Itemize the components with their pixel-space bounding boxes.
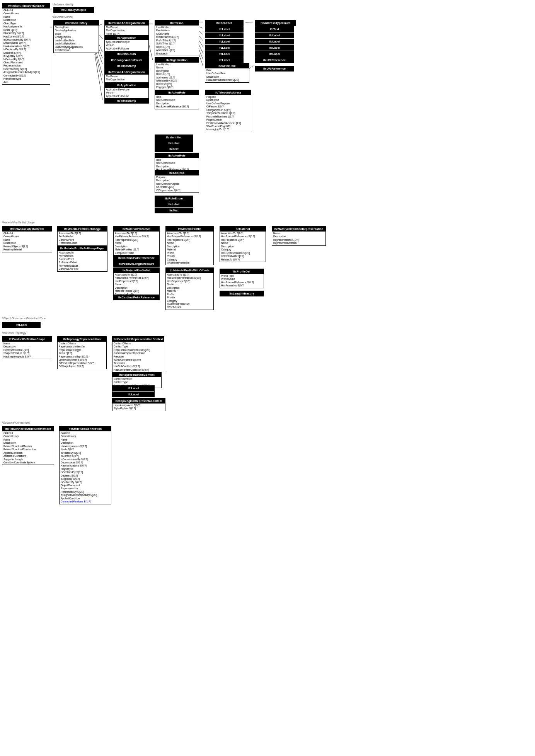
box-ifcStructuralConnection: IfcStructuralConnection GlobalId OwnerHi… (59, 426, 111, 504)
box-header-ifcIdentifier1: IfcIdentifier (205, 20, 243, 26)
box-body-ifcTelecomAddress: Purpose Description UserDefinedPurpose O… (205, 95, 251, 132)
box-header-ifcURIReference: IfcURIReference (256, 66, 293, 71)
box-ifcLabel8: IfcLabel (255, 39, 294, 44)
box-header-ifcGeometricRepresentationContext: IfcGeometricRepresentationContext (112, 337, 164, 342)
box-header-ifcRoleEnum: IfcRoleEnum (155, 196, 193, 201)
box-body-ifcMaterialProfileWithOffsets: AssociatedTo S[0:?] HasExternalReference… (166, 273, 213, 310)
box-ifcLabel1: IfcLabel (205, 26, 244, 32)
box-header-ifcMaterial: IfcMaterial (220, 226, 266, 232)
box-header-ifcRepresentationContext: IfcRepresentationContext (112, 372, 161, 377)
box-header-ifcLabel14: IfcLabel (112, 386, 154, 391)
box-ifcIdentifier1: IfcIdentifier (205, 20, 244, 26)
box-ifcLabel9: IfcLabel (255, 45, 294, 51)
box-header-ifcCardinalPointReference2: IfcCardinalPointReference (114, 295, 159, 300)
box-header-ifcApplication2: IfcApplication (105, 83, 148, 88)
box-header-ifcText1: IfcText (256, 27, 293, 32)
box-header-ifcStateEnum: IfcStateEnum (105, 51, 148, 56)
box-ifcMaterialProfile: IfcMaterialProfile AssociatedTo S[0:?] H… (165, 226, 214, 265)
box-body-ifcMaterialDefinitionRepresentation: Name Description Representations L[1:?] … (272, 232, 325, 245)
box-ifcGloballyUniqeld: IfcGloballyUniqeld (53, 7, 94, 13)
box-ifcTimeStamp2: IfcTimeStamp (104, 98, 149, 104)
box-header-ifcLengthMeasure: IfcLengthMeasure (220, 291, 264, 296)
box-header-ifcIdentifier2: IfcIdentifier (155, 135, 193, 140)
box-ifcLabel13: IfcLabel (2, 322, 41, 328)
svg-line-21 (245, 22, 253, 22)
box-ifcOrganization: IfcOrganization Identification Name Desc… (155, 57, 199, 90)
box-header-ifcProfileDef: IfcProfileDef (220, 269, 264, 274)
box-header-ifcText2: IfcText (155, 146, 193, 152)
box-ifcLengthMeasure: IfcLengthMeasure (220, 291, 264, 296)
box-ifcAddress: IfcAddress Purpose Description UserDefin… (155, 170, 199, 193)
box-header-ifcTimeStamp1: IfcTimeStamp (105, 63, 148, 68)
box-ifcLabel7: IfcLabel (255, 32, 294, 38)
box-ifcLabel3: IfcLabel (205, 39, 244, 44)
section-software-identity: *Software Identity (52, 3, 73, 6)
box-ifcIdentifier2: IfcIdentifier (155, 135, 193, 140)
box-ifcRoleEnum: IfcRoleEnum (155, 196, 193, 201)
box-header-ifcLabel11: IfcLabel (155, 141, 193, 146)
box-header-ifcLabel15: IfcLabel (112, 392, 154, 397)
box-header-ifcOrganization: IfcOrganization (155, 58, 199, 63)
box-header-ifcMaterialProfileSet: IfcMaterialProfileSet (114, 226, 159, 232)
box-body-ifcOrganization: Identification Name Description Roles L[… (155, 63, 199, 90)
box-body-ifcMaterialProfileSet: AssociatedTo S[0:?] HasExternalReference… (114, 232, 159, 255)
box-ifcActorRole1: IfcActorRole Role UserDefinedRole Descri… (155, 90, 199, 109)
diagram-container: *Software Identity *Revision Control *Ma… (0, 0, 535, 756)
box-header-ifcLabel3: IfcLabel (205, 39, 243, 44)
box-header-ifcLabel10: IfcLabel (256, 51, 293, 56)
box-header-ifcGloballyUniqeld: IfcGloballyUniqeld (54, 7, 94, 12)
box-header-ifcLabel1: IfcLabel (205, 27, 243, 32)
box-ifcActorRole2: IfcActorRole Role UserDefinedRole Descri… (205, 63, 249, 83)
box-ifcRelAssociatesMaterial: IfcRelAssociatesMaterial GlobalId OwnerH… (2, 226, 52, 252)
box-ifcMaterial: IfcMaterial AssociatedTo S[0:?] HasExter… (220, 226, 266, 262)
box-header-ifcStructuralCurveMember: IfcStructuralCurveMember (2, 3, 50, 9)
box-ifcURIReference: IfcURIReference (255, 66, 294, 72)
box-body-ifcMaterialProfileSetUsage: AssociatedTo S[1:?] ForProfileSet Cardin… (58, 232, 107, 245)
box-ifcLabel12: IfcLabel (155, 201, 193, 207)
section-structural-connectivity: *Structural Connectivity (2, 421, 30, 424)
box-body-ifcActorRole2: Role UserDefinedRole Description HasExte… (205, 68, 249, 82)
box-ifcLabel10: IfcLabel (255, 51, 294, 57)
box-header-ifcMaterialProfileSetUsage: IfcMaterialProfileSetUsage (58, 226, 107, 232)
box-ifcRelConnectsStructuralMember: IfcRelConnectsStructuralMember GlobalId … (2, 426, 54, 465)
box-header-ifcTelecomAddress: IfcTelecomAddress (205, 90, 251, 95)
box-ifcMaterialProfileWithOffsets: IfcMaterialProfileWithOffsets Associated… (165, 267, 214, 310)
box-ifcStateEnum: IfcStateEnum (104, 51, 149, 57)
box-header-ifcAddress: IfcAddress (155, 170, 199, 175)
box-header-ifcPersonAndOrg2: IfcPersonAndOrganization (105, 70, 148, 75)
box-ifcMaterialDefinitionRepresentation: IfcMaterialDefinitionRepresentation Name… (272, 226, 326, 246)
box-body-ifcStructuralCurveMember: GlobalId OwnerHistory Name Description O… (2, 9, 50, 84)
box-header-ifcMaterialProfile: IfcMaterialProfile (166, 226, 213, 232)
box-header-ifcCardinalPointReference: IfcCardinalPointReference (114, 255, 159, 261)
box-body-ifcPerson: Identification FamilyName GivenName Midd… (155, 26, 199, 56)
box-body-ifcTopologicalRepresentationItem: LayerAssignment S[0:?] StyledByItem S[0:… (112, 404, 165, 411)
box-body-ifcMaterialProfileSetUsageTaper: AssociatedTo ForProfileSet CardinalPoint… (58, 251, 107, 271)
section-revision-control: *Revision Control (52, 15, 73, 18)
box-header-ifcStructuralConnection: IfcStructuralConnection (60, 426, 111, 431)
box-header-ifcMaterialDefinitionRepresentation: IfcMaterialDefinitionRepresentation (272, 226, 325, 232)
box-ifcText2: IfcText (155, 146, 193, 152)
box-header-ifcMaterialProfileWithOffsets: IfcMaterialProfileWithOffsets (166, 268, 213, 273)
box-body-ifcOwnerHistory: OwningUser OwningApplication State Chang… (54, 26, 99, 53)
box-header-ifcActorRole1: IfcActorRole (155, 90, 199, 95)
section-material-profile: *Material Profile Set Usage (2, 221, 34, 224)
box-ifcOwnerHistory: IfcOwnerHistory OwningUser OwningApplica… (53, 20, 99, 53)
connector-lines (0, 0, 535, 756)
box-header-ifcMaterialProfileSetUsageTaper: IfcMaterialProfileSetUsageTaper (58, 246, 107, 251)
box-header-ifcText3: IfcText (155, 208, 193, 213)
box-ifcTopologyRepresentation: IfcTopologyRepresentation ContextOfItems… (57, 336, 107, 369)
box-header-ifcLabel9: IfcLabel (256, 45, 293, 50)
svg-line-9 (95, 54, 102, 100)
box-body-ifcMaterialProfile: AssociatedTo S[0:?] HasExternalReference… (166, 232, 213, 265)
box-ifcStructuralCurveMember: IfcStructuralCurveMember GlobalId OwnerH… (2, 3, 50, 85)
box-header-ifcLabel8: IfcLabel (256, 39, 293, 44)
box-body-ifcGeometricRepresentationContext: ContextOfItems ContextType Representatio… (112, 342, 164, 372)
box-ifcLabel15: IfcLabel (112, 392, 155, 397)
box-header-ifcLabel5: IfcLabel (205, 51, 243, 56)
box-ifcText1: IfcText (255, 26, 294, 32)
box-ifcText3: IfcText (155, 208, 193, 213)
box-ifcMaterialProfileSet: IfcMaterialProfileSet AssociatedTo S[0:?… (113, 226, 160, 255)
box-header-ifcChangeActionEnum: IfcChangeActionEnum (105, 58, 148, 63)
box-header-ifcActorRole3: IfcActorRole (155, 153, 199, 158)
box-header-ifcOwnerHistory: IfcOwnerHistory (54, 20, 99, 26)
